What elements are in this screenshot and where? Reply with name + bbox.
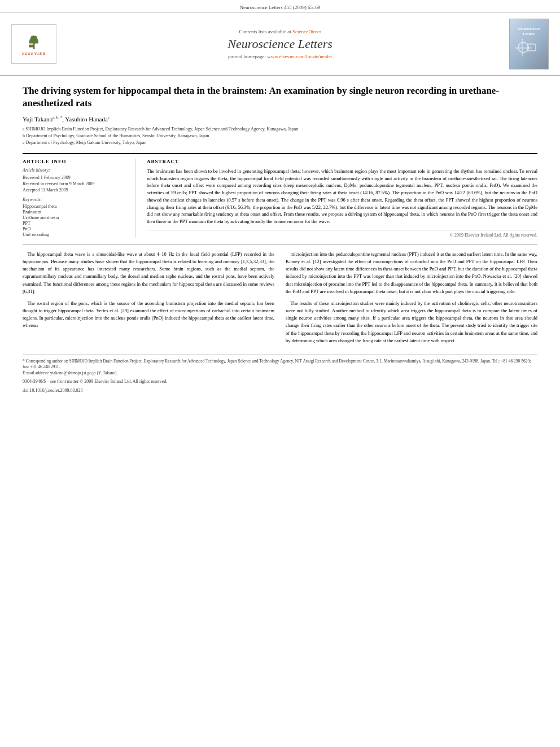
article-info-abstract-section: ARTICLE INFO Article history: Received 1… (23, 153, 537, 238)
abstract-heading: ABSTRACT (147, 159, 537, 164)
journal-citation-bar: Neuroscience Letters 455 (2009) 65–69 (0, 0, 560, 13)
body-left-column: The hippocampal theta wave is a sinusoid… (23, 251, 274, 349)
affiliations: a SHIMOJO Implicit Brain Function Projec… (23, 126, 537, 146)
affiliation-c: c Department of Psychology, Meiji Gakuin… (23, 139, 537, 146)
history-label: Article history: (23, 168, 128, 173)
main-content: The driving system for hippocampal theta… (0, 76, 560, 403)
body-left-p2: The rostral region of the pons, which is… (23, 300, 274, 330)
contents-label: Contents lists available at (239, 29, 291, 34)
keyword-2: Brainstem (23, 209, 128, 215)
article-info-heading: ARTICLE INFO (23, 159, 128, 164)
keyword-5: PnO (23, 226, 128, 231)
article-title: The driving system for hippocampal theta… (23, 85, 537, 110)
abstract-column: ABSTRACT The brainstem has been shown to… (147, 159, 537, 238)
elsevier-logo-area: ELSEVIER (11, 24, 62, 64)
copyright-line: © 2009 Elsevier Ireland Ltd. All rights … (147, 230, 537, 238)
keywords-label: Keywords: (23, 197, 128, 202)
article-info-column: ARTICLE INFO Article history: Received 1… (23, 159, 135, 238)
body-left-p1: The hippocampal theta wave is a sinusoid… (23, 251, 274, 295)
keyword-3: Urethane anesthesia (23, 215, 128, 220)
journal-homepage-line: journal homepage: www.elsevier.com/locat… (68, 54, 492, 59)
received-date: Received 1 February 2009 (23, 175, 128, 180)
thumb-title: Neuroscience Letters (512, 27, 546, 37)
author-yasuhiro: Yasuhiro Hanada (65, 116, 108, 123)
elsevier-wordmark: ELSEVIER (22, 51, 46, 56)
journal-title-area: Contents lists available at ScienceDirec… (68, 29, 492, 59)
affiliation-a: a SHIMOJO Implicit Brain Function Projec… (23, 126, 537, 133)
doi-line: 0304-3940/$ – see front matter © 2009 El… (23, 378, 537, 385)
journal-name: Neuroscience Letters (68, 37, 492, 51)
front-matter-line: 0304-3940/$ – see front matter © 2009 El… (23, 379, 167, 384)
page: Neuroscience Letters 455 (2009) 65–69 EL… (0, 0, 560, 747)
homepage-label: journal homepage: (228, 54, 266, 59)
homepage-url: www.elsevier.com/locate/neulet (267, 54, 332, 59)
author-sup-ab: a, b, * (53, 115, 62, 120)
received-revised-date: Received in revised form 9 March 2009 (23, 181, 128, 186)
journal-citation-text: Neuroscience Letters 455 (2009) 65–69 (240, 5, 321, 10)
elsevier-box: ELSEVIER (11, 24, 56, 64)
journal-thumbnail: Neuroscience Letters (509, 19, 549, 69)
keyword-6: Unit recording (23, 232, 128, 237)
abstract-text: The brainstem has been shown to be invol… (147, 168, 537, 225)
journal-thumbnail-area: Neuroscience Letters (498, 19, 549, 69)
affiliation-b: b Department of Psychology, Graduate Sch… (23, 133, 537, 139)
footnote-area: * Corresponding author at: SHIMOJO Impli… (23, 355, 537, 394)
body-right-column: microinjection into the pedunculopontine… (286, 251, 537, 349)
accepted-date: Accepted 11 March 2009 (23, 187, 128, 193)
sciencedirect-link: ScienceDirect (292, 29, 321, 34)
footnote-star: * Corresponding author at: SHIMOJO Impli… (23, 359, 537, 370)
author-yuji: Yuji Takano (23, 116, 53, 123)
keyword-4: PPT (23, 221, 128, 226)
body-right-p1: microinjection into the pedunculopontine… (286, 251, 537, 295)
author-sup-c: c (108, 115, 110, 120)
journal-header: ELSEVIER Contents lists available at Sci… (0, 13, 560, 76)
keyword-1: Hippocampal theta (23, 204, 128, 209)
doi-text: doi:10.1016/j.neulet.2009.03.028 (23, 387, 537, 394)
authors-line: Yuji Takanoa, b, *, Yasuhiro Hanadac (23, 115, 537, 123)
body-divider (23, 244, 537, 245)
sciencedirect-line: Contents lists available at ScienceDirec… (68, 29, 492, 34)
footnote-email: E-mail address: ytakano@shimojo.jst.go.j… (23, 370, 537, 377)
body-right-p2: The results of these microinjection stud… (286, 300, 537, 344)
body-section: The hippocampal theta wave is a sinusoid… (23, 251, 537, 349)
